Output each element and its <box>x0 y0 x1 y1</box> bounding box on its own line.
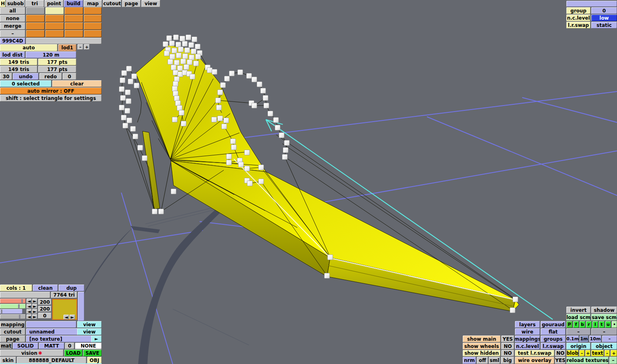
subob-all-button[interactable]: all <box>0 7 25 14</box>
vertex-handle[interactable] <box>132 74 137 79</box>
vertex-handle[interactable] <box>121 115 127 120</box>
blue-slider[interactable] <box>0 309 22 314</box>
vertex-handle[interactable] <box>259 165 264 170</box>
layer-u-button[interactable]: u <box>605 321 611 328</box>
vertex-handle[interactable] <box>187 60 192 65</box>
mat-num[interactable]: 0 <box>65 343 74 349</box>
show-hidden-button[interactable]: show hidden <box>463 350 501 356</box>
layer-dot-icon[interactable]: • <box>612 321 617 328</box>
vertex-handle[interactable] <box>174 77 180 82</box>
layer-t-button[interactable]: t <box>599 321 605 328</box>
tab-cutout[interactable]: cutout <box>103 0 121 7</box>
layers-button[interactable]: layers <box>515 321 540 328</box>
vertex-handle[interactable] <box>245 150 250 155</box>
vertex-handle[interactable] <box>178 66 183 71</box>
subob-cell[interactable] <box>26 22 45 30</box>
lod-minus-button[interactable]: – <box>78 44 83 50</box>
show-wheels-value[interactable]: NO <box>501 343 514 350</box>
show-main-value[interactable]: YES <box>501 336 514 342</box>
alpha-inc-button[interactable]: ► <box>32 314 37 319</box>
vertex-handle[interactable] <box>186 35 191 40</box>
vertex-handle[interactable] <box>168 59 173 65</box>
page-texture-field[interactable]: [no texture] <box>26 336 94 342</box>
nrm-big-button[interactable]: big <box>501 357 514 364</box>
mat-finish-button[interactable]: MATT <box>39 343 64 349</box>
auto-mirror-toggle[interactable]: auto mirror : OFF <box>0 87 102 94</box>
vertex-handle[interactable] <box>120 78 125 83</box>
vertex-handle[interactable] <box>513 297 518 302</box>
nrm-off-button[interactable]: off <box>477 357 488 364</box>
vertex-handle[interactable] <box>121 96 126 101</box>
green-value[interactable]: 200 <box>38 306 51 312</box>
tab-point[interactable]: point <box>45 0 63 7</box>
red-inc-button[interactable]: ► <box>32 299 37 303</box>
layer-p-button[interactable]: P <box>566 321 572 328</box>
vertex-handle[interactable] <box>170 54 175 59</box>
subob-cell[interactable] <box>65 22 83 30</box>
viewport-3d[interactable] <box>0 0 617 364</box>
vertex-handle[interactable] <box>172 117 178 122</box>
vertex-handle[interactable] <box>212 69 217 75</box>
subob-cell[interactable] <box>26 30 45 37</box>
vertex-handle[interactable] <box>231 145 237 150</box>
vertex-handle[interactable] <box>177 106 182 111</box>
lr-swap-label[interactable]: l.r.swap <box>566 22 590 28</box>
vertex-handle[interactable] <box>171 189 176 194</box>
vertex-handle[interactable] <box>176 53 182 58</box>
subob-cell[interactable] <box>84 30 102 37</box>
vertex-handle[interactable] <box>152 209 157 214</box>
nc-level-label[interactable]: n.c.level <box>566 14 590 21</box>
subob-cell[interactable] <box>26 7 45 14</box>
vertex-handle[interactable] <box>268 111 273 116</box>
vertex-handle[interactable] <box>159 209 164 214</box>
green-inc-button[interactable]: ► <box>32 304 37 309</box>
subob-cell-active[interactable] <box>45 7 64 14</box>
subob-cell[interactable] <box>45 22 64 30</box>
vertex-handle[interactable] <box>126 99 131 104</box>
lr-swap-value[interactable]: static <box>591 22 617 28</box>
tab-page[interactable]: page <box>122 0 141 7</box>
vertex-handle[interactable] <box>195 44 200 49</box>
green-dec-button[interactable]: ◄ <box>27 304 32 309</box>
show-wheels-button[interactable]: show wheels <box>463 343 501 350</box>
vertex-handle[interactable] <box>184 65 189 70</box>
subob-cell[interactable] <box>84 22 102 30</box>
vertex-handle[interactable] <box>225 76 230 81</box>
vertex-handle[interactable] <box>196 54 201 59</box>
vertex-handle[interactable] <box>282 155 288 160</box>
vertex-handle[interactable] <box>252 103 257 108</box>
vertex-handle[interactable] <box>264 103 269 108</box>
vertex-handle[interactable] <box>127 66 132 71</box>
vertex-handle[interactable] <box>128 79 133 84</box>
vertex-handle[interactable] <box>163 42 168 47</box>
group-header-bar[interactable] <box>566 1 617 7</box>
load-button[interactable]: LOAD <box>64 350 82 356</box>
mappings-button[interactable]: mappings <box>515 336 540 342</box>
reload-textures-button[interactable]: reload textures <box>566 357 609 364</box>
vertex-handle[interactable] <box>164 51 170 56</box>
vertex-handle[interactable] <box>217 105 222 110</box>
subob-none-button[interactable]: none <box>0 15 25 22</box>
vertex-handle[interactable] <box>328 255 333 260</box>
blue-inc-button[interactable]: ► <box>32 309 37 314</box>
nrm-sml-button[interactable]: sml <box>489 357 500 364</box>
subob-cell[interactable] <box>45 15 64 22</box>
vertex-handle[interactable] <box>122 71 127 76</box>
vertex-handle[interactable] <box>189 43 194 48</box>
wire-overlay-value[interactable]: YES <box>555 357 566 364</box>
vertex-handle[interactable] <box>257 82 262 87</box>
vertex-handle[interactable] <box>178 47 184 52</box>
blue-value[interactable]: 0 <box>38 313 51 319</box>
dup-button[interactable]: dup <box>59 285 84 291</box>
vertex-handle[interactable] <box>127 118 132 123</box>
vertex-handle[interactable] <box>119 105 125 110</box>
invert-button[interactable]: invert <box>566 307 590 313</box>
vertex-handle[interactable] <box>167 36 172 41</box>
show-main-button[interactable]: show main <box>463 336 501 342</box>
vertex-handle[interactable] <box>172 86 178 92</box>
vertex-handle[interactable] <box>174 60 180 65</box>
vertex-handle[interactable] <box>283 148 288 153</box>
group-value[interactable]: 0 <box>591 7 617 14</box>
redo-button[interactable]: redo <box>39 73 62 80</box>
subob-cell[interactable] <box>65 30 83 37</box>
